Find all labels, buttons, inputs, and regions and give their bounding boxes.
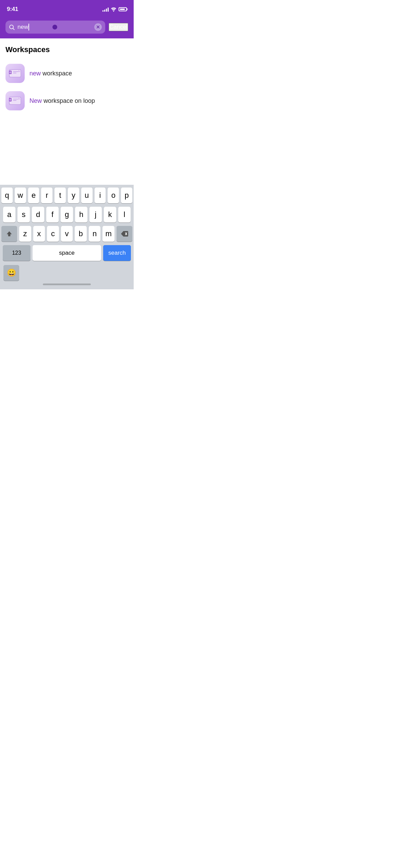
key-x[interactable]: x bbox=[33, 226, 45, 242]
svg-rect-13 bbox=[13, 100, 16, 101]
cancel-button[interactable]: Cancel bbox=[109, 23, 128, 31]
svg-point-0 bbox=[113, 11, 114, 12]
result-text-1: new workspace bbox=[29, 70, 72, 77]
key-r[interactable]: r bbox=[41, 188, 52, 203]
key-o[interactable]: o bbox=[108, 188, 119, 203]
workspace-icon-2 bbox=[5, 91, 25, 110]
numbers-key[interactable]: 123 bbox=[3, 245, 31, 261]
key-k[interactable]: k bbox=[104, 207, 116, 222]
home-indicator-bar bbox=[43, 284, 91, 285]
search-input-wrapper[interactable]: new ✕ bbox=[5, 21, 105, 34]
key-i[interactable]: i bbox=[95, 188, 106, 203]
search-icon bbox=[9, 24, 15, 30]
result-highlight-2: New bbox=[29, 97, 42, 104]
key-s[interactable]: s bbox=[17, 207, 30, 222]
key-w[interactable]: w bbox=[15, 188, 26, 203]
key-y[interactable]: y bbox=[68, 188, 79, 203]
key-f[interactable]: f bbox=[46, 207, 59, 222]
emoji-key[interactable]: 😀 bbox=[3, 265, 19, 281]
text-cursor bbox=[28, 24, 29, 31]
status-time: 9:41 bbox=[7, 6, 18, 13]
key-n[interactable]: n bbox=[89, 226, 101, 242]
results-container: Workspaces new workspace bbox=[0, 38, 134, 114]
svg-rect-12 bbox=[13, 99, 19, 99]
status-bar: 9:41 bbox=[0, 0, 134, 17]
key-h[interactable]: h bbox=[75, 207, 87, 222]
keyboard-row-2: a s d f g h j k l bbox=[1, 207, 132, 222]
key-p[interactable]: p bbox=[121, 188, 132, 203]
keyboard-row-1: q w e r t y u i o p bbox=[1, 188, 132, 203]
key-j[interactable]: j bbox=[89, 207, 102, 222]
shift-key[interactable] bbox=[1, 226, 17, 242]
home-indicator bbox=[0, 281, 134, 289]
list-item[interactable]: new workspace bbox=[5, 60, 128, 87]
clear-icon: ✕ bbox=[96, 25, 100, 29]
keyboard: q w e r t y u i o p a s d f g h j k l bbox=[0, 185, 134, 289]
key-z[interactable]: z bbox=[19, 226, 31, 242]
result-highlight-1: new bbox=[29, 70, 41, 77]
keyboard-rows: q w e r t y u i o p a s d f g h j k l bbox=[0, 185, 134, 243]
keyboard-bottom-row: 123 space search bbox=[0, 243, 134, 264]
svg-point-5 bbox=[9, 71, 11, 73]
svg-rect-7 bbox=[13, 73, 16, 73]
signal-bars-icon bbox=[102, 7, 109, 12]
battery-icon bbox=[119, 7, 127, 11]
list-item[interactable]: New workspace on loop bbox=[5, 87, 128, 114]
search-bar-container: new ✕ Cancel bbox=[0, 17, 134, 38]
space-key[interactable]: space bbox=[33, 245, 101, 261]
key-v[interactable]: v bbox=[61, 226, 73, 242]
key-u[interactable]: u bbox=[81, 188, 93, 203]
key-d[interactable]: d bbox=[32, 207, 44, 222]
result-text-2: New workspace on loop bbox=[29, 97, 95, 105]
cursor-handle[interactable] bbox=[52, 25, 57, 29]
wifi-icon bbox=[111, 7, 117, 12]
workspace-icon-1 bbox=[5, 64, 25, 83]
keyboard-row-3: z x c v b n m bbox=[1, 226, 132, 242]
svg-rect-6 bbox=[13, 71, 19, 72]
key-b[interactable]: b bbox=[75, 226, 87, 242]
key-t[interactable]: t bbox=[54, 188, 66, 203]
key-l[interactable]: l bbox=[118, 207, 131, 222]
key-c[interactable]: c bbox=[47, 226, 59, 242]
svg-point-11 bbox=[9, 99, 11, 101]
status-icons bbox=[102, 7, 127, 12]
search-key[interactable]: search bbox=[103, 245, 131, 261]
key-a[interactable]: a bbox=[3, 207, 15, 222]
backspace-key[interactable] bbox=[117, 226, 132, 242]
key-e[interactable]: e bbox=[28, 188, 39, 203]
key-g[interactable]: g bbox=[61, 207, 73, 222]
clear-button[interactable]: ✕ bbox=[94, 23, 102, 31]
key-m[interactable]: m bbox=[102, 226, 114, 242]
workspaces-section-title: Workspaces bbox=[5, 45, 128, 54]
key-q[interactable]: q bbox=[1, 188, 13, 203]
